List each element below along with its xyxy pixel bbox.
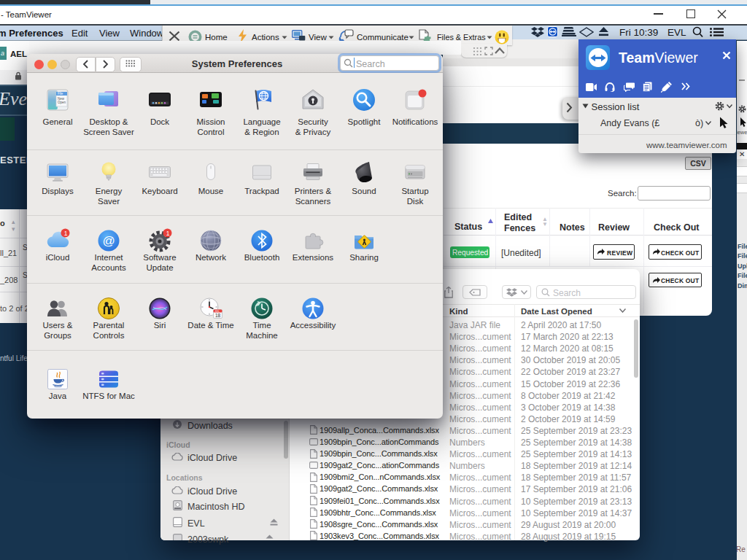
- svg-text:18: 18: [215, 313, 221, 318]
- svg-text:Open: Open: [58, 101, 66, 104]
- svg-text:New: New: [58, 96, 65, 100]
- svg-text:@: @: [103, 234, 115, 248]
- svg-text:1: 1: [64, 230, 68, 237]
- svg-text:1: 1: [166, 230, 170, 237]
- svg-text:File: File: [58, 92, 63, 96]
